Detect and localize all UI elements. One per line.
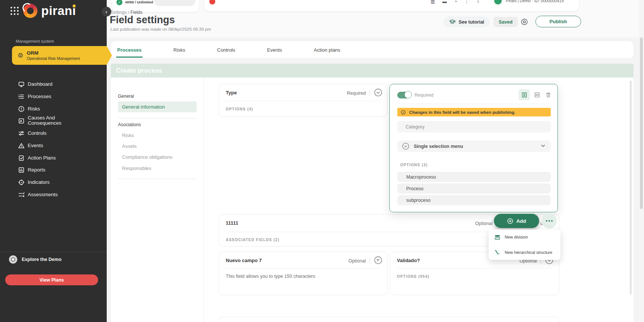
publish-button[interactable]: Publish xyxy=(535,16,581,27)
page-scrollbar-thumb[interactable] xyxy=(640,37,643,209)
target-icon xyxy=(18,179,25,186)
checklist-icon xyxy=(18,191,25,198)
columns-layout-button[interactable] xyxy=(519,89,530,100)
tab-action-plans[interactable]: Action plans xyxy=(314,41,340,58)
subnav-general-label: General xyxy=(118,94,134,99)
chevron-down-circle-icon[interactable] xyxy=(374,88,383,98)
app-window: ✓ 40/65 / Unlimited ▥ ▬ ◔ ⋮ ♁ Pirani | D… xyxy=(0,0,644,322)
usage-status-icon: ✓ xyxy=(116,0,122,5)
subnav-item-general-information[interactable]: General information xyxy=(118,101,197,112)
add-button[interactable]: Add xyxy=(494,214,539,228)
chart-icon[interactable]: ▥ xyxy=(431,0,435,4)
required-toggle[interactable] xyxy=(397,92,411,98)
apps-grid-icon[interactable] xyxy=(10,6,19,16)
columns-icon xyxy=(521,92,528,98)
sidebar-item-risks[interactable]: Risks xyxy=(0,106,107,112)
menu-item-new-hierarchical-structure[interactable]: New hierarchical structure xyxy=(489,245,561,260)
window-icon[interactable]: ▬ xyxy=(442,0,447,4)
field-hint-text: This field allows you to type 150 charac… xyxy=(226,274,315,279)
tab-risks[interactable]: Risks xyxy=(173,41,185,58)
tab-processes[interactable]: Processes xyxy=(117,41,142,58)
record-icon xyxy=(9,255,17,264)
field-card-partial[interactable] xyxy=(219,317,559,322)
sidebar-item-assessments[interactable]: Assessments xyxy=(0,191,107,198)
subnav-divider-2 xyxy=(118,179,197,179)
preview-eye-icon[interactable] xyxy=(520,18,528,26)
requirement-label: Optional xyxy=(475,221,493,226)
alert-circle-icon xyxy=(18,106,25,112)
option-row-subproceso[interactable]: subproceso xyxy=(397,195,551,205)
chevron-down-circle-icon xyxy=(402,142,410,150)
view-plans-button[interactable]: View Plans xyxy=(5,274,98,285)
field-editor-panel: Required Changes in this field will be s… xyxy=(389,84,558,212)
division-icon xyxy=(494,234,501,240)
sidebar-item-indicators[interactable]: Indicators xyxy=(0,179,107,186)
warning-text: Changes in this field will be saved when… xyxy=(409,110,516,115)
menu-item-new-division[interactable]: New division xyxy=(489,230,561,244)
add-dropdown-menu: New division New hierarchical structure xyxy=(489,230,561,260)
option-row-macroproceso[interactable]: Macroproceso xyxy=(397,172,551,182)
sidebar-item-causes-and-consequences[interactable]: Causes And Consequences xyxy=(0,115,107,126)
tab-events[interactable]: Events xyxy=(267,41,282,58)
monitor-icon xyxy=(18,81,25,88)
subnav-item-assets[interactable]: Assets xyxy=(122,143,137,149)
option-row-proceso[interactable]: Proceso xyxy=(397,183,551,194)
rows-layout-button[interactable] xyxy=(531,89,543,100)
more-options-button[interactable] xyxy=(542,213,557,228)
sidebar-item-controls[interactable]: Controls xyxy=(0,130,107,137)
field-card-type[interactable]: Type Required OPTIONS (4) xyxy=(219,84,388,117)
field-name-input[interactable] xyxy=(397,121,551,133)
requirement-label: Required xyxy=(347,91,366,96)
associated-fields-label: ASSOCIATED FIELDS (2) xyxy=(226,238,279,242)
field-card-nuevo-campo-7[interactable]: Nuevo campo 7 Optional This field allows… xyxy=(219,252,388,295)
sidebar-item-dashboard[interactable]: Dashboard xyxy=(0,81,107,88)
subnav-item-compliance-obligations[interactable]: Compliance obligations xyxy=(122,154,172,160)
options-count-label: OPTIONS (954) xyxy=(397,274,429,279)
sidebar-item-events[interactable]: Events xyxy=(0,142,107,149)
module-code: ORM xyxy=(27,50,80,56)
plus-circle-icon xyxy=(507,218,513,224)
sidebar-item-reports[interactable]: Reports xyxy=(0,167,107,173)
mic-icon[interactable]: ♁ xyxy=(477,0,480,4)
separator xyxy=(370,258,370,264)
delete-field-button[interactable] xyxy=(543,89,554,100)
subnav-asociations-label: Asociations xyxy=(118,122,141,127)
graduation-cap-icon xyxy=(449,19,456,25)
clock-icon[interactable]: ◔ xyxy=(454,0,457,4)
tab-controls[interactable]: Controls xyxy=(217,41,235,58)
gear-icon: ⚙ xyxy=(18,52,23,59)
last-publication-text: Last publication was made on 08/Apr/2025… xyxy=(110,27,211,31)
field-title: 11111 xyxy=(226,220,238,226)
kebab-icon[interactable]: ⋮ xyxy=(465,0,469,4)
subnav-item-responsibles[interactable]: Responsibles xyxy=(122,165,151,171)
account-chip[interactable]: Pirani | Demo · ID: 0000000419 xyxy=(493,0,564,5)
sidebar-item-action-plans[interactable]: Action Plans xyxy=(0,155,107,161)
required-toggle-label: Required xyxy=(414,92,434,98)
warning-banner: Changes in this field will be saved when… xyxy=(397,108,551,116)
explore-demo-button[interactable]: Explore the Demo xyxy=(9,255,61,264)
field-title: Nuevo campo 7 xyxy=(226,258,262,263)
module-card-orm[interactable]: ⚙ ORM Operational Risk Management xyxy=(12,46,107,65)
sidebar-item-processes[interactable]: Processes xyxy=(0,93,107,100)
field-type-value: Single selection menu xyxy=(414,144,463,149)
separator xyxy=(370,90,370,96)
hierarchy-icon xyxy=(494,249,501,256)
editor-options-count-label: OPTIONS (3) xyxy=(400,163,428,167)
card-divider xyxy=(226,268,380,268)
panel-scrollbar[interactable] xyxy=(630,80,632,295)
card-divider xyxy=(226,101,380,101)
list-icon xyxy=(18,93,25,100)
usage-text: 40/65 / Unlimited xyxy=(125,0,153,4)
field-title: Type xyxy=(226,90,237,95)
info-icon xyxy=(401,110,406,115)
warning-triangle-icon xyxy=(18,142,25,149)
text-field-circle-icon[interactable] xyxy=(374,256,383,266)
clipboard-check-icon xyxy=(18,155,25,161)
subnav-item-risks[interactable]: Risks xyxy=(122,133,134,138)
field-type-select[interactable]: Single selection menu xyxy=(397,140,551,152)
sidebar-collapse-button[interactable]: ‹ xyxy=(101,7,111,16)
rows-icon xyxy=(534,92,540,98)
brand-wordmark: pirani xyxy=(41,4,76,18)
see-tutorial-button[interactable]: See tutorial xyxy=(443,16,490,27)
usage-pill-button[interactable] xyxy=(154,0,195,6)
